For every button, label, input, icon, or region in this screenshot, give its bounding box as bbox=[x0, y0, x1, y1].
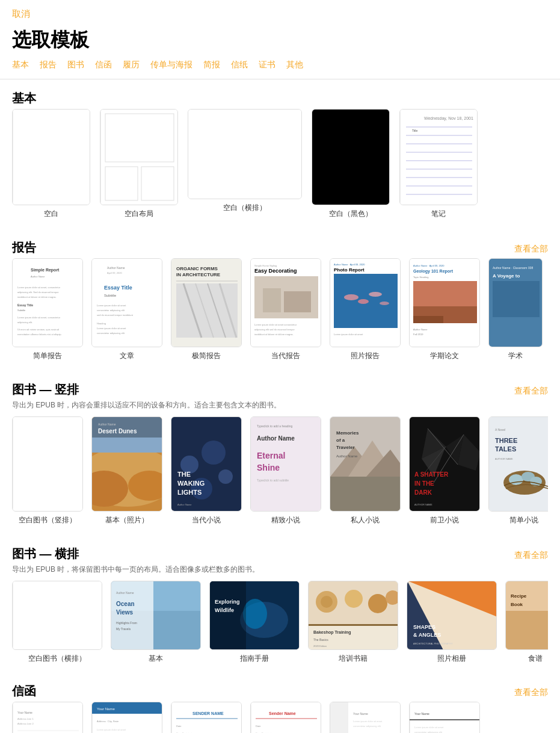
svg-point-69 bbox=[358, 299, 369, 304]
template-recipe[interactable]: Recipe Book 食谱 bbox=[505, 581, 548, 664]
template-blank-white[interactable]: 空白 bbox=[12, 109, 90, 219]
tab-presentation[interactable]: 简报 bbox=[203, 60, 220, 70]
tab-basic[interactable]: 基本 bbox=[12, 60, 29, 70]
photobook-svg: SHAPES & ANGLES ARCHITECTURAL PHOTOGRAPH… bbox=[407, 581, 496, 650]
basic-book-h-svg: Author Name Ocean Views Highlights From … bbox=[111, 581, 200, 650]
svg-text:Traveler: Traveler bbox=[336, 445, 355, 450]
svg-rect-86 bbox=[13, 416, 82, 512]
books-horizontal-view-all[interactable]: 查看全部 bbox=[514, 550, 548, 561]
template-photo-report[interactable]: Author Name · April 09, 2020 Photo Repor… bbox=[330, 258, 401, 361]
letter-4-svg: Sender Name Date Dear Recipient, Lorem i… bbox=[251, 702, 321, 733]
template-personal-novel[interactable]: Memories of a Traveler Author Name 私人小说 bbox=[330, 416, 401, 525]
template-modern-novel[interactable]: THE WAKING LIGHTS Author Name 当代小说 bbox=[171, 416, 242, 525]
thumb-basic-photo: Author Name Desert Dunes bbox=[91, 416, 162, 512]
svg-text:IN ARCHITECTURE: IN ARCHITECTURE bbox=[176, 272, 221, 277]
thumb-photobook: SHAPES & ANGLES ARCHITECTURAL PHOTOGRAPH… bbox=[407, 581, 497, 650]
template-letter-3[interactable]: SENDER NAME Date Dear Recipient, Lorem i… bbox=[171, 702, 242, 733]
tab-book[interactable]: 图书 bbox=[67, 60, 84, 70]
blank-layout-svg bbox=[100, 109, 177, 205]
avant-novel-svg: A SHATTER IN THE DARK AUTHOR NAME bbox=[410, 416, 479, 512]
svg-text:Eternal: Eternal bbox=[257, 451, 285, 460]
svg-text:Subtitle: Subtitle bbox=[104, 294, 117, 297]
template-modern-report[interactable]: Simple Home Styling Easy Decorating Lore… bbox=[250, 258, 321, 361]
tab-certificate[interactable]: 证书 bbox=[259, 60, 275, 70]
svg-point-99 bbox=[202, 441, 226, 465]
simple-report-svg: Simple Report Author Name Lorem ipsum do… bbox=[13, 258, 82, 347]
svg-text:Address Line 1: Address Line 1 bbox=[17, 717, 34, 720]
template-blank-layout[interactable]: 空白布局 bbox=[100, 109, 178, 219]
tab-resume[interactable]: 履历 bbox=[123, 60, 140, 70]
template-blank-book-h[interactable]: 空白图书（横排） bbox=[12, 581, 102, 664]
svg-text:Recipe: Recipe bbox=[511, 593, 527, 599]
svg-rect-9 bbox=[400, 109, 477, 205]
simple-novel-label: 简单小说 bbox=[509, 515, 538, 525]
svg-text:ARCHITECTURAL PHOTOGRAPHY: ARCHITECTURAL PHOTOGRAPHY bbox=[413, 642, 453, 645]
svg-text:Lorem ipsum dolor sit amet con: Lorem ipsum dolor sit amet consectetur bbox=[254, 323, 297, 326]
template-academic[interactable]: Author Name · Classroom 008 A Voyage to … bbox=[488, 258, 543, 361]
template-elegant-novel[interactable]: Typeclick to add a heading Author Name E… bbox=[250, 416, 321, 525]
svg-text:Fall 2019: Fall 2019 bbox=[413, 333, 423, 336]
letter-6-svg: Your Name Lorem ipsum dolor sit amet con… bbox=[410, 702, 479, 733]
svg-text:Author Name · April 09, 2020: Author Name · April 09, 2020 bbox=[413, 264, 445, 267]
personal-novel-svg: Memories of a Traveler Author Name bbox=[330, 416, 400, 512]
training-svg: Bakeshop Training The Basics 2020 Editio… bbox=[309, 581, 398, 650]
svg-text:Essay Title: Essay Title bbox=[104, 285, 132, 291]
template-photobook[interactable]: SHAPES & ANGLES ARCHITECTURAL PHOTOGRAPH… bbox=[407, 581, 497, 664]
template-blank-black[interactable]: 空白（黑色） bbox=[312, 109, 390, 219]
tab-flyer[interactable]: 传单与海报 bbox=[150, 60, 192, 70]
tab-other[interactable]: 其他 bbox=[286, 60, 303, 70]
svg-point-156 bbox=[243, 599, 267, 629]
svg-text:sed do eiusmod tempor incididu: sed do eiusmod tempor incididunt bbox=[97, 314, 134, 317]
svg-text:The Basics: The Basics bbox=[313, 638, 328, 642]
thumb-blank-book-h bbox=[12, 581, 102, 650]
template-letter-4[interactable]: Sender Name Date Dear Recipient, Lorem i… bbox=[250, 702, 321, 733]
template-minimal-report[interactable]: ORGANIC FORMS IN ARCHITECTURE 极简报告 bbox=[171, 258, 242, 361]
template-blank-book-v[interactable]: 空白图书（竖排） bbox=[12, 416, 83, 525]
template-basic-photo[interactable]: Author Name Desert Dunes 基本（照片） bbox=[91, 416, 162, 525]
svg-rect-157 bbox=[210, 581, 246, 650]
thumb-avant-novel: A SHATTER IN THE DARK AUTHOR NAME bbox=[409, 416, 480, 512]
template-letter-5[interactable]: Your Name Lorem ipsum dolor sit amet con… bbox=[330, 702, 401, 733]
books-vertical-templates-row: 空白图书（竖排） Author Name Desert Dunes bbox=[12, 416, 548, 529]
svg-text:Essay Title: Essay Title bbox=[17, 303, 33, 307]
svg-text:Title: Title bbox=[412, 129, 417, 132]
thumb-academic: Author Name · Classroom 008 A Voyage to bbox=[488, 258, 543, 347]
svg-text:Wednesday, Nov 18, 2001: Wednesday, Nov 18, 2001 bbox=[424, 116, 473, 121]
svg-text:2020 Edition: 2020 Edition bbox=[313, 645, 327, 648]
template-training[interactable]: Bakeshop Training The Basics 2020 Editio… bbox=[308, 581, 398, 664]
svg-text:THE: THE bbox=[177, 471, 191, 478]
template-letter-6[interactable]: Your Name Lorem ipsum dolor sit amet con… bbox=[409, 702, 480, 733]
template-guide[interactable]: Exploring Wildlife 指南手册 bbox=[209, 581, 300, 664]
svg-text:Author Name: Author Name bbox=[31, 275, 45, 278]
template-essay[interactable]: Author Name April 09, 2020 Essay Title S… bbox=[91, 258, 162, 361]
template-notes[interactable]: Wednesday, Nov 18, 2001 Title 笔记 bbox=[399, 109, 478, 219]
thumb-blank-landscape bbox=[188, 109, 302, 199]
template-letter-1[interactable]: Your Name Address Line 1 Address Line 2 … bbox=[12, 702, 83, 733]
tab-stationery[interactable]: 信纸 bbox=[231, 60, 248, 70]
tab-report[interactable]: 报告 bbox=[40, 60, 57, 70]
template-avant-novel[interactable]: A SHATTER IN THE DARK AUTHOR NAME 前卫小说 bbox=[409, 416, 480, 525]
letters-view-all[interactable]: 查看全部 bbox=[514, 687, 548, 698]
thumb-modern-report: Simple Home Styling Easy Decorating Lore… bbox=[250, 258, 321, 347]
blank-landscape-svg bbox=[188, 109, 301, 199]
thumb-basic-book-h: Author Name Ocean Views Highlights From … bbox=[111, 581, 201, 650]
tab-letter[interactable]: 信函 bbox=[95, 60, 112, 70]
svg-rect-142 bbox=[13, 581, 102, 650]
thumb-letter-1: Your Name Address Line 1 Address Line 2 … bbox=[12, 702, 83, 733]
thumb-essay: Author Name April 09, 2020 Essay Title S… bbox=[91, 258, 162, 347]
template-simple-report[interactable]: Simple Report Author Name Lorem ipsum do… bbox=[12, 258, 83, 361]
template-blank-landscape[interactable]: 空白（横排） bbox=[188, 109, 302, 219]
svg-text:Author Name: Author Name bbox=[107, 266, 125, 270]
svg-rect-85 bbox=[493, 281, 540, 317]
books-vertical-view-all[interactable]: 查看全部 bbox=[514, 386, 548, 397]
template-term-paper[interactable]: Author Name · April 09, 2020 Geology 101… bbox=[409, 258, 480, 361]
thumb-term-paper: Author Name · April 09, 2020 Geology 101… bbox=[409, 258, 480, 347]
blank-black-svg bbox=[312, 109, 389, 205]
template-simple-novel[interactable]: A Novel THREE TALES AUTHOR NAME 简单小说 bbox=[488, 416, 548, 525]
template-basic-book-h[interactable]: Author Name Ocean Views Highlights From … bbox=[111, 581, 201, 664]
cancel-button[interactable]: 取消 bbox=[12, 8, 30, 20]
template-letter-2[interactable]: Your Name Address · City, State Lorem ip… bbox=[91, 702, 162, 733]
guide-svg: Exploring Wildlife bbox=[210, 581, 299, 650]
reports-view-all[interactable]: 查看全部 bbox=[514, 244, 548, 255]
svg-text:LIGHTS: LIGHTS bbox=[177, 489, 202, 496]
